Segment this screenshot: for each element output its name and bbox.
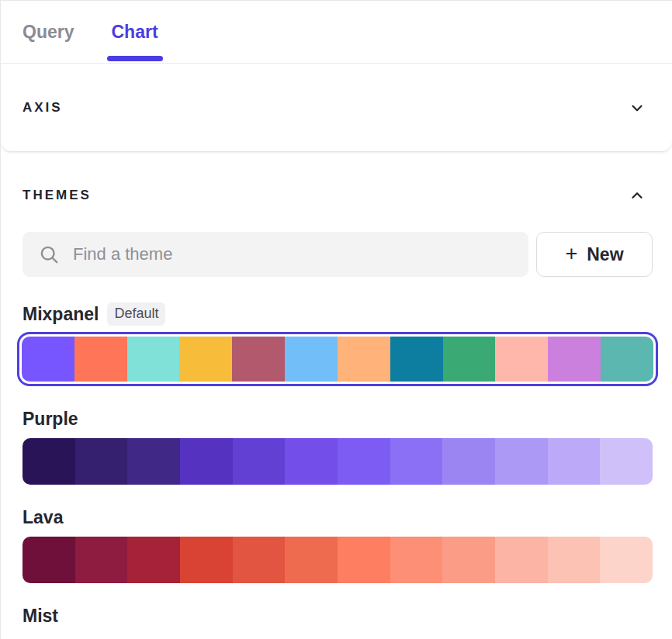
tab-query[interactable]: Query — [23, 1, 74, 63]
top-card: Query Chart AXIS — [1, 1, 672, 152]
swatch-10 — [495, 337, 548, 382]
swatch-2 — [74, 337, 127, 382]
theme-label-row: Lava — [23, 507, 653, 528]
swatch-9 — [443, 337, 496, 382]
axis-section-title: AXIS — [23, 100, 63, 116]
chart-settings-panel: Query Chart AXIS THEMES — [0, 0, 672, 639]
plus-icon: + — [565, 244, 577, 264]
theme-name: Lava — [23, 507, 63, 528]
swatch-4 — [180, 438, 233, 485]
swatch-3 — [127, 537, 180, 583]
theme-swatches — [23, 537, 653, 583]
active-tab-underline — [107, 56, 163, 61]
swatch-12 — [600, 438, 653, 485]
swatch-9 — [442, 537, 495, 583]
swatch-8 — [390, 537, 443, 583]
theme-swatches — [22, 337, 653, 382]
swatch-10 — [495, 537, 548, 583]
swatch-8 — [390, 337, 443, 382]
theme-name: Purple — [23, 409, 78, 430]
swatch-7 — [338, 337, 390, 382]
tab-chart[interactable]: Chart — [111, 1, 158, 63]
theme-label-row: MixpanelDefault — [23, 302, 653, 326]
swatch-11 — [548, 537, 601, 583]
theme-swatches — [23, 438, 653, 485]
axis-section-header[interactable]: AXIS — [1, 64, 672, 151]
theme-search-input[interactable] — [73, 244, 516, 264]
theme-label-row: Purple — [23, 409, 653, 430]
theme-default-badge: Default — [107, 302, 165, 326]
swatch-5 — [233, 537, 286, 583]
swatch-4 — [180, 537, 233, 583]
tab-chart-label: Chart — [111, 22, 158, 43]
theme-item-purple: Purple — [23, 409, 653, 485]
swatch-6 — [285, 337, 338, 382]
swatch-7 — [338, 438, 390, 485]
swatch-6 — [285, 438, 338, 485]
swatch-12 — [600, 537, 653, 583]
swatch-12 — [601, 337, 653, 382]
theme-item-lava: Lava — [23, 507, 653, 583]
swatch-6 — [285, 537, 338, 583]
swatch-11 — [548, 438, 601, 485]
themes-section-header[interactable]: THEMES — [1, 180, 672, 211]
swatch-1 — [23, 537, 75, 583]
swatch-9 — [442, 438, 495, 485]
swatch-1 — [22, 337, 74, 382]
themes-section: THEMES + New MixpanelDefaultPurpleLavaMi… — [1, 152, 672, 627]
tab-query-label: Query — [23, 22, 74, 43]
swatch-2 — [75, 537, 128, 583]
theme-search-row: + New — [1, 232, 672, 277]
swatch-3 — [127, 337, 180, 382]
tab-bar: Query Chart — [1, 1, 672, 64]
theme-swatch-row[interactable] — [17, 332, 658, 386]
swatch-2 — [75, 438, 128, 485]
swatch-4 — [179, 337, 232, 382]
theme-name: Mist — [23, 606, 58, 627]
search-icon — [38, 244, 61, 266]
swatch-7 — [338, 537, 390, 583]
chevron-down-icon[interactable] — [629, 99, 646, 116]
swatch-3 — [127, 438, 180, 485]
theme-search-box[interactable] — [23, 232, 528, 277]
theme-item-mist: Mist — [23, 606, 653, 627]
swatch-5 — [233, 438, 286, 485]
swatch-5 — [232, 337, 285, 382]
swatch-8 — [390, 438, 443, 485]
swatch-1 — [23, 438, 75, 485]
chevron-up-icon[interactable] — [629, 187, 646, 204]
theme-swatch-row[interactable] — [23, 438, 653, 485]
new-theme-button[interactable]: + New — [536, 232, 653, 277]
theme-name: Mixpanel — [23, 304, 99, 325]
theme-item-mixpanel: MixpanelDefault — [23, 302, 653, 386]
themes-section-title: THEMES — [23, 188, 92, 203]
theme-swatch-row[interactable] — [23, 537, 653, 583]
new-theme-button-label: New — [587, 244, 623, 265]
theme-label-row: Mist — [23, 606, 653, 627]
swatch-10 — [495, 438, 548, 485]
theme-list: MixpanelDefaultPurpleLavaMist — [1, 302, 672, 627]
swatch-11 — [548, 337, 601, 382]
